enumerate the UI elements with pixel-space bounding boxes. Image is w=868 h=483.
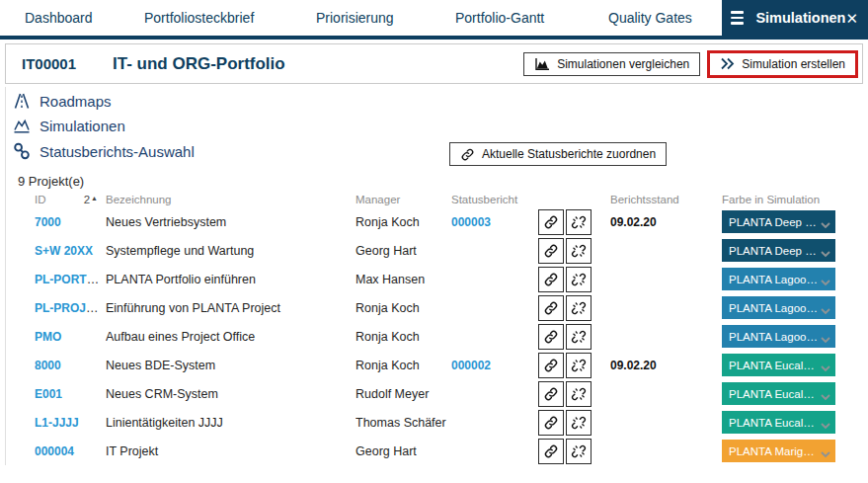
unlink-statusreport-button[interactable]: [566, 353, 592, 378]
tab-portfolio-gantt[interactable]: Portfolio-Gantt: [455, 0, 544, 36]
nav-divider: [0, 36, 868, 40]
color-dropdown[interactable]: PLANTA Eucalypt...: [722, 411, 835, 434]
tab-simulationen-active[interactable]: Simulationen ✕: [722, 0, 868, 36]
link-statusreport-button[interactable]: [538, 295, 564, 321]
link-statusreport-button[interactable]: [538, 381, 564, 407]
tab-dashboard[interactable]: Dashboard: [25, 0, 93, 36]
project-id-link[interactable]: L1-JJJJ: [35, 416, 79, 430]
color-label: PLANTA Eucalypt...: [722, 360, 835, 371]
unlink-statusreport-button[interactable]: [566, 295, 592, 321]
table-body: 7000 Neues Vertriebsystem Ronja Koch 000…: [35, 207, 835, 465]
unlink-statusreport-button[interactable]: [566, 439, 592, 464]
chevron-down-icon: [821, 304, 830, 318]
chain-icon: [12, 141, 32, 161]
broken-link-icon: [571, 329, 587, 345]
color-dropdown[interactable]: PLANTA Lagoon ...: [722, 325, 835, 348]
statusreport-link[interactable]: 000003: [451, 215, 491, 229]
color-dropdown[interactable]: PLANTA Eucalypt...: [722, 354, 835, 376]
project-id-link[interactable]: PMO: [35, 330, 61, 344]
column-header-id[interactable]: ID 2 ▲: [35, 194, 106, 205]
link-statusberichts-auswahl[interactable]: Statusberichts-Auswahl: [12, 141, 195, 161]
project-manager: Rudolf Meyer: [355, 387, 451, 401]
broken-link-icon: [571, 358, 587, 373]
create-simulation-button[interactable]: Simulation erstellen: [707, 50, 858, 78]
active-tab-label: Simulationen: [755, 10, 845, 26]
chevron-down-icon: [821, 247, 830, 261]
project-id-link[interactable]: PL-PROJECT: [35, 301, 106, 315]
project-id-link[interactable]: S+W 20XX: [35, 244, 93, 258]
app-window: Dashboard Portfoliosteckbrief Priorisier…: [0, 0, 868, 483]
tab-quality-gates[interactable]: Quality Gates: [608, 0, 692, 36]
statusreport-link[interactable]: 000002: [451, 359, 491, 372]
table-row: PL-PROJECT Einführung von PLANTA Project…: [35, 293, 835, 322]
table-row: E001 Neues CRM-System Rudolf Meyer: [35, 379, 835, 408]
broken-link-icon: [571, 300, 587, 316]
column-header-farbe[interactable]: Farbe in Simulation: [722, 194, 835, 205]
unlink-statusreport-button[interactable]: [566, 381, 592, 407]
chevron-down-icon: [821, 276, 830, 289]
broken-link-icon: [571, 243, 587, 259]
table-header: ID 2 ▲ Bezeichnung Manager Statusbericht…: [35, 191, 835, 207]
link-statusreport-button[interactable]: [538, 238, 564, 264]
hamburger-icon[interactable]: [731, 11, 744, 25]
link-simulationen[interactable]: Simulationen: [12, 116, 125, 135]
project-name: Neues Vertriebsystem: [106, 215, 355, 229]
project-id-link[interactable]: 000004: [35, 444, 74, 458]
color-dropdown[interactable]: PLANTA Deep Se...: [722, 239, 835, 262]
link-statusreport-button[interactable]: [538, 410, 564, 436]
link-statusreport-button[interactable]: [538, 324, 564, 350]
color-label: PLANTA Eucalypt...: [722, 388, 835, 400]
color-label: PLANTA Lagoon ...: [722, 302, 835, 314]
link-icon: [543, 358, 559, 373]
assign-current-statusreports-button[interactable]: Aktuelle Statusberichte zuordnen: [449, 142, 667, 166]
unlink-statusreport-button[interactable]: [566, 209, 592, 235]
chevron-down-icon: [821, 362, 830, 375]
link-statusreport-button[interactable]: [538, 439, 564, 464]
color-dropdown[interactable]: PLANTA Lagoon ...: [722, 296, 835, 319]
link-roadmaps[interactable]: Roadmaps: [12, 91, 112, 111]
page-title: IT- und ORG-Portfolio: [113, 54, 285, 74]
link-statusreport-button[interactable]: [538, 267, 564, 292]
broken-link-icon: [571, 415, 587, 431]
link-icon: [543, 443, 559, 459]
close-icon[interactable]: ✕: [845, 11, 858, 26]
link-statusreport-button[interactable]: [538, 353, 564, 378]
tab-portfoliosteckbrief[interactable]: Portfoliosteckbrief: [144, 0, 254, 36]
project-manager: Ronja Koch: [355, 330, 451, 344]
color-dropdown[interactable]: PLANTA Marigold: [722, 440, 835, 462]
link-statusreport-button[interactable]: [538, 209, 564, 235]
column-header-bezeichnung[interactable]: Bezeichnung: [106, 194, 355, 205]
color-dropdown[interactable]: PLANTA Eucalypt...: [722, 382, 835, 405]
project-name: Einführung von PLANTA Project: [106, 301, 355, 315]
link-icon: [543, 300, 559, 316]
chevron-down-icon: [821, 218, 830, 232]
unlink-statusreport-button[interactable]: [566, 238, 592, 264]
project-manager: Georg Hart: [355, 244, 451, 258]
color-dropdown[interactable]: PLANTA Deep Se...: [722, 210, 835, 233]
project-id-link[interactable]: PL-PORTFO...: [35, 273, 106, 286]
project-name: IT Projekt: [106, 444, 355, 458]
unlink-statusreport-button[interactable]: [566, 324, 592, 350]
project-manager: Georg Hart: [355, 444, 451, 458]
color-label: PLANTA Lagoon ...: [722, 331, 835, 343]
project-name: Neues CRM-System: [106, 387, 355, 401]
project-manager: Ronja Koch: [355, 215, 451, 229]
report-date: 09.02.20: [610, 215, 722, 229]
project-id-link[interactable]: 7000: [35, 215, 61, 229]
color-dropdown[interactable]: PLANTA Lagoon ...: [722, 268, 835, 290]
portfolio-header: IT00001 IT- und ORG-Portfolio Simulation…: [5, 43, 863, 84]
table-row: PMO Aufbau eines Project Office Ronja Ko…: [35, 322, 835, 351]
column-header-statusbericht[interactable]: Statusbericht: [451, 194, 538, 205]
compare-simulations-button[interactable]: Simulationen vergleichen: [523, 52, 700, 76]
project-name: Neues BDE-System: [106, 359, 355, 372]
color-label: PLANTA Eucalypt...: [722, 417, 835, 429]
column-header-berichtsstand[interactable]: Berichtsstand: [610, 194, 722, 205]
project-id-link[interactable]: 8000: [35, 359, 61, 372]
sort-indicator[interactable]: 2 ▲: [84, 194, 98, 205]
unlink-statusreport-button[interactable]: [566, 267, 592, 292]
project-id-link[interactable]: E001: [35, 387, 62, 401]
unlink-statusreport-button[interactable]: [566, 410, 592, 436]
tab-priorisierung[interactable]: Priorisierung: [316, 0, 394, 36]
column-header-manager[interactable]: Manager: [355, 194, 451, 205]
double-chevron-right-icon: [720, 57, 735, 70]
